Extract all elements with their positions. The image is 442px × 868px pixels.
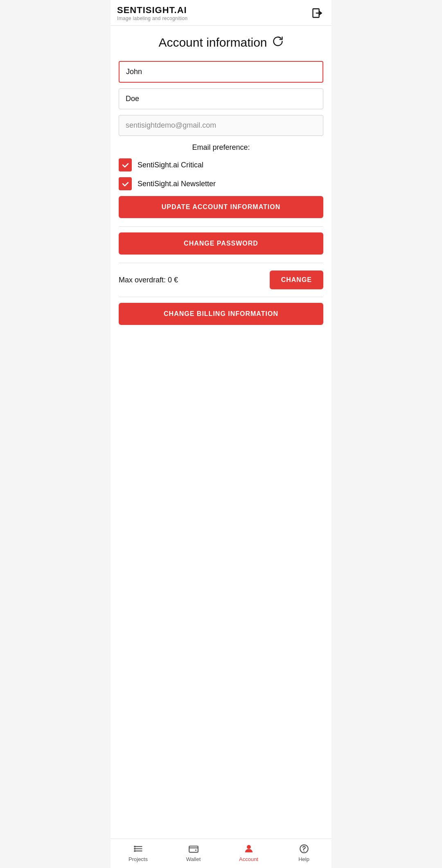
- update-account-button[interactable]: UPDATE ACCOUNT INFORMATION: [119, 196, 323, 218]
- svg-point-5: [134, 845, 135, 847]
- critical-checkbox-row: SentiSight.ai Critical: [119, 158, 323, 171]
- projects-icon: [133, 843, 144, 854]
- help-nav-label: Help: [298, 856, 309, 862]
- svg-point-7: [134, 850, 135, 852]
- divider-2: [119, 263, 323, 263]
- help-icon: [298, 843, 310, 854]
- svg-point-10: [247, 845, 250, 849]
- account-nav-label: Account: [239, 856, 258, 862]
- logout-button[interactable]: [309, 5, 325, 21]
- nav-item-help[interactable]: Help: [290, 843, 318, 862]
- svg-point-12: [303, 851, 304, 852]
- wallet-icon: [188, 843, 199, 854]
- projects-nav-label: Projects: [129, 856, 148, 862]
- logo-title: SENTISIGHT.AI: [117, 5, 187, 16]
- critical-checkbox[interactable]: [119, 158, 132, 171]
- first-name-input[interactable]: [119, 61, 323, 83]
- svg-point-9: [195, 850, 196, 851]
- main-content: Account information Email preference: Se…: [110, 26, 332, 839]
- wallet-nav-label: Wallet: [186, 856, 201, 862]
- page-title-row: Account information: [119, 36, 323, 50]
- change-billing-button[interactable]: CHANGE BILLING INFORMATION: [119, 303, 323, 325]
- refresh-icon[interactable]: [272, 36, 284, 50]
- newsletter-checkbox[interactable]: [119, 177, 132, 190]
- email-input: [119, 115, 323, 136]
- email-preference-label: Email preference:: [119, 143, 323, 152]
- newsletter-checkbox-row: SentiSight.ai Newsletter: [119, 177, 323, 190]
- change-overdraft-button[interactable]: CHANGE: [270, 271, 323, 289]
- nav-item-wallet[interactable]: Wallet: [179, 843, 208, 862]
- nav-item-projects[interactable]: Projects: [124, 843, 153, 862]
- app-header: SENTISIGHT.AI Image labeling and recogni…: [110, 0, 332, 26]
- page-title: Account information: [158, 36, 267, 50]
- bottom-navigation: Projects Wallet Account: [110, 839, 332, 868]
- account-icon: [243, 843, 255, 854]
- divider-1: [119, 226, 323, 227]
- spacer: [119, 331, 323, 347]
- last-name-input[interactable]: [119, 88, 323, 109]
- newsletter-checkbox-label: SentiSight.ai Newsletter: [138, 180, 216, 188]
- overdraft-label: Max overdraft: 0 €: [119, 276, 178, 284]
- divider-3: [119, 297, 323, 297]
- logo: SENTISIGHT.AI Image labeling and recogni…: [117, 5, 187, 21]
- change-password-button[interactable]: CHANGE PASSWORD: [119, 232, 323, 255]
- svg-point-6: [134, 848, 135, 850]
- overdraft-row: Max overdraft: 0 € CHANGE: [119, 269, 323, 291]
- svg-rect-8: [189, 846, 198, 852]
- logo-subtitle: Image labeling and recognition: [117, 16, 187, 21]
- critical-checkbox-label: SentiSight.ai Critical: [138, 161, 203, 169]
- nav-item-account[interactable]: Account: [235, 843, 263, 862]
